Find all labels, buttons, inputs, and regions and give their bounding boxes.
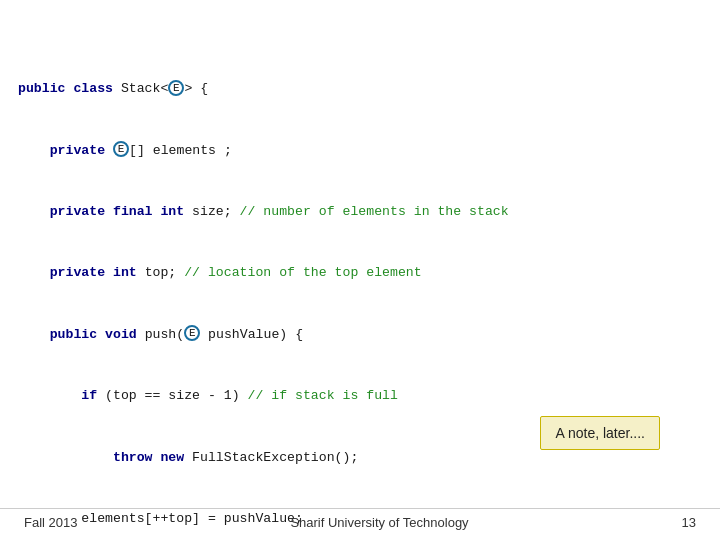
code-line-2: private E[] elements ;	[18, 141, 702, 161]
footer-university: Sharif University of Technology	[290, 515, 468, 530]
type-param-e-1: E	[168, 80, 184, 96]
footer-page-number: 13	[682, 515, 696, 530]
note-box: A note, later....	[540, 416, 660, 450]
note-text: A note, later....	[555, 425, 645, 441]
code-line-4: private int top; // location of the top …	[18, 263, 702, 283]
slide: public class Stack<E> { private E[] elem…	[0, 0, 720, 540]
code-line-6: if (top == size - 1) // if stack is full	[18, 386, 702, 406]
code-line-7: throw new FullStackException();	[18, 448, 702, 468]
type-param-e-2: E	[113, 141, 129, 157]
code-line-3: private final int size; // number of ele…	[18, 202, 702, 222]
code-line-1: public class Stack<E> {	[18, 79, 702, 99]
footer: Fall 2013 Sharif University of Technolog…	[0, 508, 720, 530]
footer-semester: Fall 2013	[24, 515, 77, 530]
type-param-e-3: E	[184, 325, 200, 341]
code-line-5: public void push(E pushValue) {	[18, 325, 702, 345]
